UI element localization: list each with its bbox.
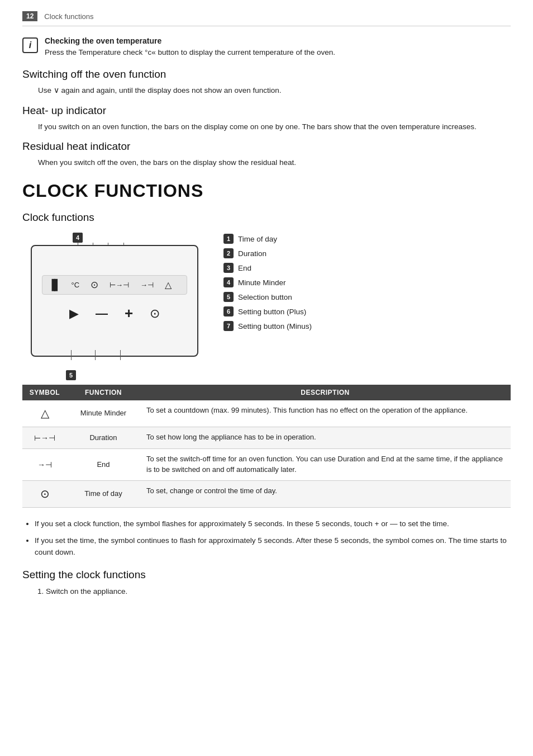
symbol-row-top: ▐▌ °C ⊙ ⊢→⊣ →⊣ △: [42, 275, 187, 295]
symbol-row-bottom: ▶ — + ⊙: [42, 300, 187, 327]
legend-num-3: 3: [223, 263, 234, 273]
info-section: i Checking the oven temperature Press th…: [22, 36, 511, 58]
legend-item-5: 5 Selection button: [223, 292, 511, 302]
table-cell-function-1: Duration: [67, 427, 140, 449]
sym-bars: ▐▌: [48, 279, 60, 291]
sym-arrow-left: ▶: [69, 306, 79, 321]
table-cell-symbol-2: →⊣: [22, 449, 67, 481]
bvline-5: [120, 350, 121, 360]
legend-label-4: Minute Minder: [238, 278, 286, 287]
legend-item-1: 1 Time of day: [223, 234, 511, 244]
table-header-description: DESCRIPTION: [140, 385, 511, 400]
sym-bell: △: [165, 280, 172, 290]
table-cell-symbol-3: ⊙: [22, 480, 67, 507]
residual-heat-heading: Residual heat indicator: [22, 140, 511, 153]
table-row: △ Minute Minder To set a countdown (max.…: [22, 400, 511, 427]
label-4: 4: [73, 233, 83, 243]
legend-item-3: 3 End: [223, 263, 511, 273]
sym-end: →⊣: [140, 281, 154, 289]
table-cell-function-2: End: [67, 449, 140, 481]
numbered-list: Switch on the appliance.: [46, 585, 511, 598]
switching-off-body: Use ∨ again and again, until the display…: [38, 85, 511, 96]
label-5: 5: [66, 370, 76, 380]
legend-list: 1 Time of day 2 Duration 3 End 4 Minute …: [223, 228, 511, 336]
table-row: ⊙ Time of day To set, change or control …: [22, 480, 511, 507]
page-number: 12: [22, 11, 37, 21]
legend-num-2: 2: [223, 248, 234, 258]
table-cell-function-3: Time of day: [67, 480, 140, 507]
bvline-6: [95, 350, 96, 360]
legend-label-7: Setting button (Minus): [238, 322, 312, 330]
heat-up-heading: Heat- up indicator: [22, 105, 511, 117]
info-content: Checking the oven temperature Press the …: [45, 36, 335, 58]
legend-num-7: 7: [223, 321, 234, 331]
bullet-item-1: If you set the time, the symbol continue…: [35, 535, 511, 559]
page-header: 12 Clock functions: [22, 11, 511, 26]
legend-num-5: 5: [223, 292, 234, 302]
function-table: SYMBOL FUNCTION DESCRIPTION △ Minute Min…: [22, 385, 511, 508]
setting-section: Setting the clock functions Switch on th…: [22, 569, 511, 598]
switching-off-section: Switching off the oven function Use ∨ ag…: [22, 68, 511, 96]
table-row: ⊢→⊣ Duration To set how long the applian…: [22, 427, 511, 449]
sym-exclaim: ⊙: [150, 306, 160, 321]
switching-off-heading: Switching off the oven function: [22, 68, 511, 81]
table-header-function: FUNCTION: [67, 385, 140, 400]
heat-up-body: If you switch on an oven function, the b…: [38, 121, 511, 133]
legend-item-6: 6 Setting button (Plus): [223, 306, 511, 316]
info-text: Press the Temperature check °c« button t…: [45, 47, 335, 58]
oven-panel: ▐▌ °C ⊙ ⊢→⊣ →⊣ △ ▶ — + ⊙: [31, 245, 198, 357]
table-cell-symbol-0: △: [22, 400, 67, 427]
bullet-item-0: If you set a clock function, the symbol …: [35, 518, 511, 530]
legend-num-1: 1: [223, 234, 234, 244]
table-cell-desc-0: To set a countdown (max. 99 minutes). Th…: [140, 400, 511, 427]
table-header-symbol: SYMBOL: [22, 385, 67, 400]
main-heading: CLOCK FUNCTIONS: [22, 181, 511, 201]
legend-num-6: 6: [223, 306, 234, 316]
legend-label-5: Selection button: [238, 293, 292, 301]
legend-item-4: 4 Minute Minder: [223, 277, 511, 287]
sym-dur: ⊢→⊣: [110, 281, 129, 289]
table-cell-symbol-1: ⊢→⊣: [22, 427, 67, 449]
info-icon: i: [22, 37, 38, 53]
sym-clock: ⊙: [91, 279, 98, 291]
table-cell-desc-3: To set, change or control the time of da…: [140, 480, 511, 507]
info-title: Checking the oven temperature: [45, 36, 335, 45]
setting-heading: Setting the clock functions: [22, 569, 511, 581]
sym-degree: °C: [72, 281, 80, 289]
sym-minus: —: [96, 306, 108, 321]
heat-up-section: Heat- up indicator If you switch on an o…: [22, 105, 511, 133]
legend-label-3: End: [238, 264, 251, 272]
page: 12 Clock functions i Checking the oven t…: [0, 0, 533, 631]
table-cell-desc-2: To set the switch-off time for an oven f…: [140, 449, 511, 481]
legend-label-6: Setting button (Plus): [238, 308, 306, 316]
bvline-7: [71, 350, 72, 360]
legend-num-4: 4: [223, 277, 234, 287]
oven-diagram: 1 2 3 4 ▐▌ °C ⊙ ⊢→⊣: [22, 228, 207, 374]
legend-label-1: Time of day: [238, 235, 277, 243]
legend-item-2: 2 Duration: [223, 248, 511, 258]
table-cell-desc-1: To set how long the appliance has to be …: [140, 427, 511, 449]
residual-heat-section: Residual heat indicator When you switch …: [22, 140, 511, 168]
bullet-list: If you set a clock function, the symbol …: [35, 518, 511, 559]
table-cell-function-0: Minute Minder: [67, 400, 140, 427]
table-row: →⊣ End To set the switch-off time for an…: [22, 449, 511, 481]
step-1: Switch on the appliance.: [46, 585, 511, 598]
legend-label-2: Duration: [238, 249, 266, 258]
legend-item-7: 7 Setting button (Minus): [223, 321, 511, 331]
sym-plus: +: [125, 305, 133, 322]
clock-functions-section: Clock functions 1 2 3 4: [22, 211, 511, 597]
clock-functions-heading: Clock functions: [22, 211, 511, 224]
header-title: Clock functions: [44, 12, 93, 21]
residual-heat-body: When you switch off the oven, the bars o…: [38, 157, 511, 168]
diagram-area: 1 2 3 4 ▐▌ °C ⊙ ⊢→⊣: [22, 228, 511, 374]
